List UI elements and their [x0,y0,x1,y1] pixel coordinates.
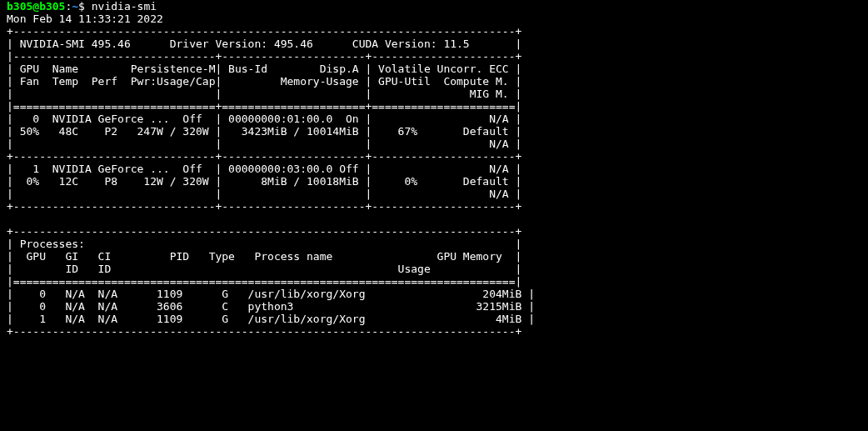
prompt-symbol: $ [78,0,92,13]
prompt-cwd: ~ [72,0,78,13]
prompt-at: @ [32,0,39,13]
terminal-output[interactable]: b305@b305:~$ nvidia-smi Mon Feb 14 11:33… [0,0,868,338]
prompt-user: b305 [7,0,32,13]
command-text: nvidia-smi [92,0,157,13]
prompt-host: b305 [39,0,65,13]
